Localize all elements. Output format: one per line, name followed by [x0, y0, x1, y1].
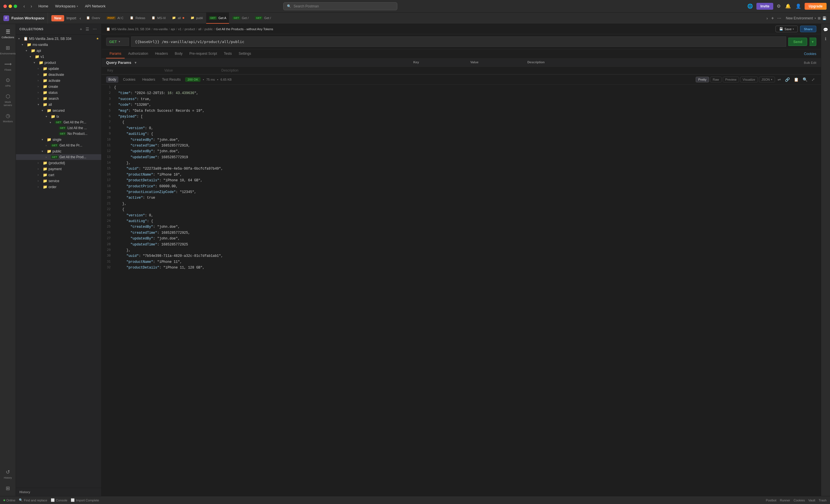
profile-icon-btn[interactable]: 🌐: [746, 2, 754, 10]
import-button[interactable]: Import: [64, 15, 78, 22]
bulk-edit-button[interactable]: Bulk Edit: [804, 61, 816, 64]
history-section[interactable]: History: [16, 488, 101, 496]
right-panel-btn-2[interactable]: ℹ: [824, 35, 827, 42]
right-panel-btn-1[interactable]: 💬: [822, 26, 829, 33]
cookies-bottom-btn[interactable]: Cookies: [794, 499, 805, 502]
sidebar-item-collections[interactable]: ☰ Collections: [1, 26, 15, 41]
response-tab-cookies[interactable]: Cookies: [121, 76, 137, 83]
settings-icon-btn[interactable]: ⚙: [775, 2, 782, 10]
tree-item-tx[interactable]: ▾ 📁 tx: [16, 113, 101, 120]
params-tab-tests[interactable]: Tests: [221, 49, 235, 59]
expand-params-button[interactable]: ▾: [135, 61, 137, 65]
breadcrumb-all[interactable]: all: [198, 27, 201, 31]
tree-item-secured[interactable]: ▾ 📁 secured: [16, 107, 101, 113]
tabs-menu-button[interactable]: ⋯: [776, 15, 783, 22]
tab-overview[interactable]: 📋 Overv: [83, 12, 103, 24]
sidebar-item-monitors[interactable]: ◷ Monitors: [1, 110, 15, 126]
add-collection-button[interactable]: +: [79, 26, 83, 32]
params-tab-pre-req[interactable]: Pre-request Script: [186, 49, 221, 59]
notification-icon-btn[interactable]: 🔔: [784, 2, 792, 10]
tree-item-ms-vanilla[interactable]: ▾ 📁 ms-vanilla: [16, 42, 101, 47]
tree-item-activate[interactable]: › 📁 activate: [16, 77, 101, 83]
format-link-btn[interactable]: 🔗: [784, 76, 791, 83]
new-button[interactable]: New: [51, 15, 64, 22]
tabs-next-button[interactable]: ›: [765, 15, 769, 22]
params-tab-body[interactable]: Body: [171, 49, 186, 59]
tree-item-single[interactable]: ▾ 📁 single: [16, 137, 101, 142]
share-button[interactable]: Share: [800, 26, 816, 32]
tree-item-api[interactable]: ▾ 📁 api: [16, 47, 101, 54]
tree-item-service[interactable]: › 📁 service: [16, 178, 101, 184]
format-btn-visualize[interactable]: Visualize: [740, 77, 758, 82]
tree-item-update[interactable]: › 📁 update: [16, 66, 101, 72]
breadcrumb-ms-vanilla[interactable]: ms-vanilla: [154, 27, 168, 31]
tabs-prev-button[interactable]: ‹: [78, 15, 82, 22]
params-tab-headers[interactable]: Headers: [152, 49, 171, 59]
console-btn[interactable]: ⬜ Console: [51, 498, 67, 502]
breadcrumb-api[interactable]: api: [171, 27, 175, 31]
params-tab-settings[interactable]: Settings: [235, 49, 254, 59]
method-select[interactable]: GET ▾: [106, 38, 129, 46]
breadcrumb-product[interactable]: product: [185, 27, 195, 31]
key-input[interactable]: [106, 68, 161, 73]
tree-item-v1[interactable]: ▾ 📁 v1: [16, 54, 101, 60]
new-tab-button[interactable]: +: [769, 14, 776, 22]
tree-item-no-product[interactable]: GET No Product...: [16, 131, 101, 137]
sidebar-item-apis[interactable]: ⊙ APIs: [1, 75, 15, 90]
breadcrumb-collection[interactable]: MS-Vanilla Java 23, SB 334: [111, 27, 150, 31]
tree-item-payment[interactable]: › 📁 payment: [16, 166, 101, 172]
tab-get-f[interactable]: GET Get /: [230, 12, 251, 24]
back-button[interactable]: ‹: [22, 3, 27, 9]
runner-btn[interactable]: Runner: [780, 499, 790, 502]
vault-btn[interactable]: Vault: [808, 499, 815, 502]
tab-publi[interactable]: 📁 publi: [188, 12, 205, 24]
home-button[interactable]: Home: [36, 3, 51, 9]
tab-ai-c[interactable]: POST AI C: [103, 12, 126, 24]
close-button[interactable]: [3, 5, 7, 8]
find-replace-btn[interactable]: 🔍 Find and replace: [19, 498, 47, 502]
response-tab-body[interactable]: Body: [106, 76, 118, 83]
tree-item-get-all-single[interactable]: › GET Get All the Pr...: [16, 142, 101, 148]
format-btn-pretty[interactable]: Pretty: [696, 77, 709, 82]
upgrade-button[interactable]: Upgrade: [805, 3, 827, 10]
maximize-button[interactable]: [14, 5, 17, 8]
tree-item-product[interactable]: ▾ 📁 product: [16, 60, 101, 66]
tab-get-g[interactable]: GET Get /: [252, 12, 274, 24]
minimize-button[interactable]: [8, 5, 12, 8]
tab-release[interactable]: 📋 Releas: [127, 12, 148, 24]
breadcrumb-public[interactable]: public: [204, 27, 213, 31]
tree-item-public[interactable]: ▾ 📁 public: [16, 148, 101, 154]
send-button[interactable]: Send: [788, 38, 807, 46]
invite-button[interactable]: Invite: [757, 3, 773, 10]
tree-item-create[interactable]: › 📁 create: [16, 83, 101, 90]
tree-item-productid[interactable]: › 📁 {productId}: [16, 160, 101, 166]
format-expand-btn[interactable]: ⤢: [810, 76, 816, 83]
format-btn-preview[interactable]: Preview: [723, 77, 739, 82]
params-tab-params[interactable]: Params: [106, 49, 125, 59]
user-avatar-btn[interactable]: 👤: [794, 2, 802, 10]
trash-btn[interactable]: Trash: [819, 499, 827, 502]
more-collection-button[interactable]: ⋯: [92, 26, 98, 32]
tree-item-all[interactable]: ▾ 📁 all: [16, 101, 101, 107]
tab-get-a[interactable]: GET Get A: [206, 12, 229, 24]
tab-all[interactable]: 📁 all: [169, 12, 187, 24]
response-tab-headers[interactable]: Headers: [140, 76, 157, 83]
tree-item-list-all[interactable]: GET List All the ...: [16, 125, 101, 131]
format-type-select[interactable]: JSON ▾: [759, 77, 775, 82]
sidebar-item-flows[interactable]: ⟶ Flows: [1, 59, 15, 74]
env-selector[interactable]: New Environment ▾ ⊞ 💾: [783, 16, 830, 20]
filter-collection-button[interactable]: ☰: [85, 26, 90, 32]
postbot-btn[interactable]: Postbot: [766, 499, 776, 502]
tab-ms-v[interactable]: 📋 MS-Vi: [149, 12, 168, 24]
sidebar-item-history[interactable]: ↺ History: [1, 467, 15, 482]
response-tab-test-results[interactable]: Test Results: [160, 76, 183, 83]
forward-button[interactable]: ›: [29, 3, 34, 9]
breadcrumb-v1[interactable]: v1: [178, 27, 182, 31]
search-bar[interactable]: 🔍 Search Postman: [283, 2, 397, 10]
tree-item-order[interactable]: › 📁 order: [16, 184, 101, 190]
cookies-link[interactable]: Cookies: [804, 49, 816, 58]
tree-item-get-all-tx[interactable]: ▾ GET Get All the Pr...: [16, 120, 101, 125]
value-input[interactable]: [163, 68, 218, 73]
format-wordwrap-btn[interactable]: ⇌: [776, 76, 783, 83]
url-input[interactable]: [131, 36, 786, 47]
